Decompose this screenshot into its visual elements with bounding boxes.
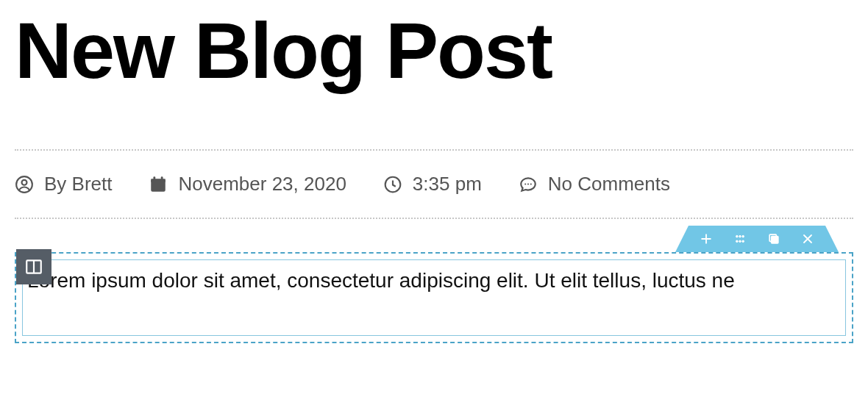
svg-point-9 bbox=[530, 183, 532, 184]
svg-point-12 bbox=[742, 235, 744, 237]
svg-rect-3 bbox=[152, 179, 166, 182]
svg-point-11 bbox=[739, 235, 741, 237]
svg-point-7 bbox=[524, 183, 526, 184]
post-meta: By Brett November 23, 2020 3:35 pm No Co… bbox=[15, 173, 853, 196]
meta-time: 3:35 pm bbox=[383, 173, 482, 196]
divider-top bbox=[15, 149, 853, 151]
svg-rect-5 bbox=[161, 176, 163, 180]
block-toolbar bbox=[689, 226, 825, 252]
clock-icon bbox=[383, 175, 402, 194]
date-text: November 23, 2020 bbox=[178, 173, 346, 196]
column-handle[interactable] bbox=[16, 249, 51, 284]
svg-point-13 bbox=[736, 240, 739, 243]
post-title[interactable]: New Blog Post bbox=[15, 11, 868, 90]
time-text: 3:35 pm bbox=[413, 173, 482, 196]
duplicate-button[interactable] bbox=[765, 230, 783, 248]
meta-date: November 23, 2020 bbox=[149, 173, 346, 196]
content-editor: Lorem ipsum dolor sit amet, consectetur … bbox=[15, 252, 853, 343]
user-icon bbox=[15, 175, 34, 194]
divider-bottom bbox=[15, 218, 853, 219]
drag-handle-button[interactable] bbox=[731, 230, 749, 248]
add-block-button[interactable] bbox=[697, 230, 715, 248]
text-block[interactable]: Lorem ipsum dolor sit amet, consectetur … bbox=[22, 259, 846, 336]
svg-point-14 bbox=[739, 240, 741, 243]
body-paragraph[interactable]: Lorem ipsum dolor sit amet, consectetur … bbox=[27, 268, 841, 293]
columns-icon bbox=[24, 257, 43, 276]
svg-rect-16 bbox=[772, 237, 778, 243]
svg-point-1 bbox=[22, 179, 27, 184]
svg-point-15 bbox=[742, 240, 744, 243]
comments-text: No Comments bbox=[548, 173, 670, 196]
delete-button[interactable] bbox=[799, 230, 817, 248]
calendar-icon bbox=[149, 175, 168, 194]
svg-rect-4 bbox=[154, 176, 156, 180]
section-selection[interactable]: Lorem ipsum dolor sit amet, consectetur … bbox=[15, 252, 853, 343]
svg-point-10 bbox=[736, 235, 739, 237]
comment-icon bbox=[519, 175, 538, 194]
svg-point-8 bbox=[527, 183, 529, 184]
author-text: By Brett bbox=[44, 173, 112, 196]
meta-comments: No Comments bbox=[519, 173, 670, 196]
meta-author: By Brett bbox=[15, 173, 112, 196]
